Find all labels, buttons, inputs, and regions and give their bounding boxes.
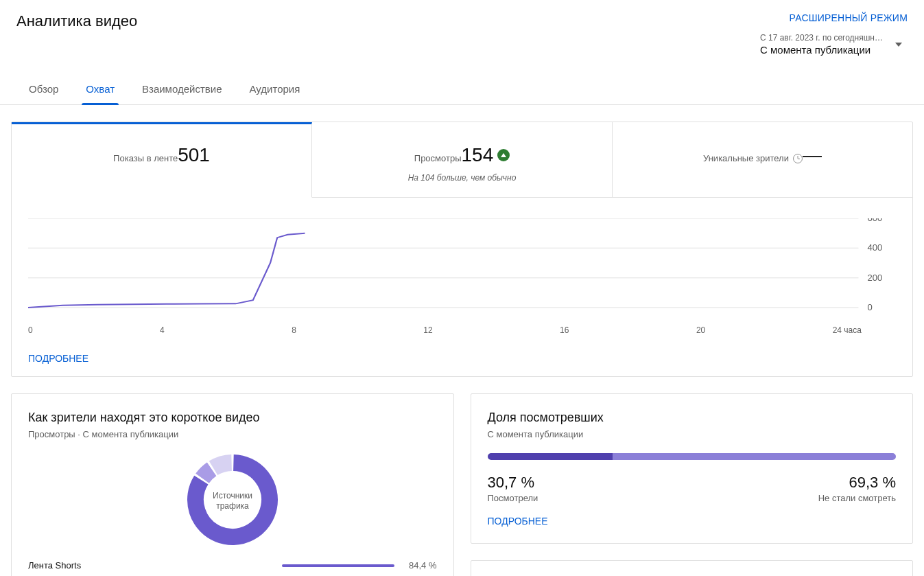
svg-text:трафика: трафика	[216, 501, 249, 511]
page-title: Аналитика видео	[16, 12, 137, 30]
tab-3[interactable]: Аудитория	[237, 75, 312, 104]
metric-tab-1[interactable]: Просмотры154На 104 больше, чем обычно	[312, 122, 613, 198]
advanced-mode-link[interactable]: РАСШИРЕННЫЙ РЕЖИМ	[790, 12, 908, 23]
svg-text:200: 200	[868, 273, 883, 282]
main-chart-card: Показы в ленте501Просмотры154На 104 боль…	[11, 122, 913, 377]
metric-sub: На 104 больше, чем обычно	[320, 173, 604, 183]
x-tick: 4	[160, 325, 165, 335]
source-bar	[261, 564, 394, 567]
watched-more-link[interactable]: ПОДРОБНЕЕ	[488, 503, 897, 527]
skipped-pct: 69,3 %	[818, 474, 896, 492]
svg-text:0: 0	[868, 303, 873, 312]
watched-share-card: Доля посмотревших С момента публикации 3…	[471, 393, 914, 544]
trend-up-icon	[497, 149, 510, 161]
svg-text:600: 600	[868, 218, 883, 223]
metric-tab-2[interactable]: Уникальные зрители—	[613, 122, 912, 198]
tab-0[interactable]: Обзор	[16, 75, 71, 104]
traffic-title: Как зрители находят это короткое видео	[28, 411, 437, 425]
donut-chart: Источникитрафика	[186, 453, 279, 546]
metric-value: —	[803, 144, 822, 166]
metric-value: 154	[462, 144, 510, 166]
source-pct: 84,4 %	[403, 560, 437, 571]
watched-title: Доля посмотревших	[488, 411, 897, 425]
svg-text:Источники: Источники	[213, 491, 252, 500]
x-tick: 12	[423, 325, 432, 335]
metric-tab-0[interactable]: Показы в ленте501	[12, 122, 312, 198]
notifications-card: Отправленные уведомления	[471, 560, 914, 576]
skipped-label: Не стали смотреть	[818, 493, 896, 503]
x-tick: 24 часа	[833, 325, 862, 335]
watched-pct: 30,7 %	[488, 474, 538, 492]
svg-text:400: 400	[868, 244, 883, 253]
metric-label: Показы в ленте	[113, 153, 178, 163]
clock-icon	[793, 154, 803, 163]
metric-label: Просмотры	[414, 153, 462, 163]
date-mode-text: С момента публикации	[760, 44, 870, 56]
metric-label: Уникальные зрители	[703, 153, 803, 163]
x-tick: 0	[28, 325, 33, 335]
line-chart: 0200400600	[28, 218, 896, 321]
date-range-picker[interactable]: С 17 авг. 2023 г. по сегодняшн… С момент…	[760, 33, 908, 56]
metric-value: 501	[178, 144, 210, 166]
x-tick: 16	[560, 325, 569, 335]
tab-1[interactable]: Охват	[73, 75, 127, 104]
watched-subtitle: С момента публикации	[488, 429, 897, 439]
traffic-source-row[interactable]: Лента Shorts84,4 %	[28, 553, 437, 576]
x-tick: 8	[292, 325, 296, 335]
source-label: Лента Shorts	[28, 560, 253, 571]
traffic-subtitle: Просмотры · С момента публикации	[28, 429, 437, 439]
tab-2[interactable]: Взаимодействие	[130, 75, 234, 104]
x-tick: 20	[696, 325, 705, 335]
date-range-text: С 17 авг. 2023 г. по сегодняшн…	[760, 33, 883, 43]
watched-label: Посмотрели	[488, 493, 538, 503]
more-link[interactable]: ПОДРОБНЕЕ	[12, 341, 912, 376]
tabs: ОбзорОхватВзаимодействиеАудитория	[0, 75, 924, 105]
watched-bar	[488, 453, 897, 460]
chevron-down-icon	[895, 43, 902, 47]
traffic-sources-card: Как зрители находят это короткое видео П…	[11, 393, 454, 576]
